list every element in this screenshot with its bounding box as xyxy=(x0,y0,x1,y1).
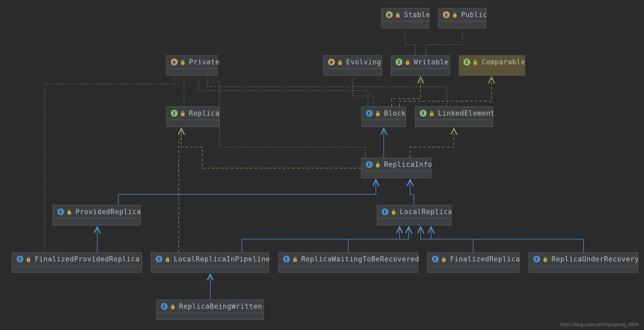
node-finalizedprovided[interactable]: C🔒FinalizedProvidedReplica xyxy=(12,252,142,273)
interface-icon: I xyxy=(463,59,470,65)
node-label: LinkedElement xyxy=(438,109,495,117)
node-label: ReplicaUnderRecovery xyxy=(551,255,639,263)
node-label: FinalizedProvidedReplica xyxy=(35,255,140,263)
edge-layer xyxy=(0,0,644,330)
node-label: ReplicaWaitingToBeRecovered xyxy=(301,255,420,263)
lock-icon: 🔒 xyxy=(170,304,176,309)
node-label: Writable xyxy=(414,58,449,66)
node-stable[interactable]: @🔒Stable xyxy=(381,8,429,28)
node-finalizedreplica[interactable]: C🔒FinalizedReplica xyxy=(427,252,520,273)
class-icon: C xyxy=(382,208,389,215)
node-label: LocalReplicaInPipeline xyxy=(174,255,270,263)
node-label: Comparable xyxy=(482,58,525,66)
node-linkedelement[interactable]: I🔒LinkedElement xyxy=(415,106,493,127)
node-replicawaiting[interactable]: C🔒ReplicaWaitingToBeRecovered xyxy=(278,252,418,273)
class-icon: C xyxy=(156,256,162,262)
annotation-icon: @ xyxy=(386,11,393,18)
node-evolving[interactable]: @🔒Evolving xyxy=(323,55,382,76)
lock-icon: 🔒 xyxy=(395,12,401,18)
lock-icon: 🔒 xyxy=(441,256,447,262)
annotation-icon: @ xyxy=(443,11,450,18)
node-replicaunderrecovery[interactable]: C🔒ReplicaUnderRecovery xyxy=(529,252,638,273)
node-label: Private xyxy=(189,58,220,66)
node-replica[interactable]: I🔒Replica xyxy=(166,106,219,127)
node-label: ReplicaInfo xyxy=(384,161,432,168)
lock-icon: 🔒 xyxy=(292,256,298,262)
lock-icon: 🔒 xyxy=(452,12,458,18)
class-icon: C xyxy=(161,303,168,310)
node-localreplica[interactable]: C🔒LocalReplica xyxy=(377,205,451,225)
lock-icon: 🔒 xyxy=(472,59,478,65)
node-replicainfo[interactable]: C🔒ReplicaInfo xyxy=(361,158,431,178)
annotation-icon: @ xyxy=(328,59,335,65)
node-label: ProvidedReplica xyxy=(75,208,141,216)
class-icon: C xyxy=(17,256,23,262)
class-icon: C xyxy=(283,256,290,262)
node-label: ReplicaBeingWritten xyxy=(179,302,262,310)
interface-icon: I xyxy=(420,110,427,117)
node-block[interactable]: C🔒Block xyxy=(361,106,406,127)
class-icon: C xyxy=(533,256,540,262)
node-private[interactable]: @🔒Private xyxy=(166,55,218,76)
lock-icon: 🔒 xyxy=(180,111,186,116)
node-beingwritten[interactable]: C🔒ReplicaBeingWritten xyxy=(156,300,264,320)
lock-icon: 🔒 xyxy=(66,209,72,215)
node-label: Evolving xyxy=(346,58,381,66)
class-icon: C xyxy=(366,110,373,117)
lock-icon: 🔒 xyxy=(375,111,381,116)
class-icon: C xyxy=(432,256,439,262)
node-providedreplica[interactable]: C🔒ProvidedReplica xyxy=(53,205,141,225)
lock-icon: 🔒 xyxy=(405,59,411,65)
lock-icon: 🔒 xyxy=(337,59,343,65)
annotation-icon: @ xyxy=(171,59,178,65)
lock-icon: 🔒 xyxy=(165,256,171,262)
node-comparable[interactable]: I🔒Comparable xyxy=(459,55,525,76)
lock-icon: 🔒 xyxy=(180,59,186,65)
interface-icon: I xyxy=(171,110,178,117)
lock-icon: 🔒 xyxy=(429,111,435,116)
watermark: https://blog.csdn.net/zhanglong_4444 xyxy=(560,322,639,327)
node-localinpipeline[interactable]: C🔒LocalReplicaInPipeline xyxy=(151,252,269,273)
node-label: Public xyxy=(461,11,487,19)
interface-icon: I xyxy=(396,59,402,65)
lock-icon: 🔒 xyxy=(542,256,548,262)
node-label: Stable xyxy=(404,11,430,19)
node-label: LocalReplica xyxy=(400,208,452,216)
lock-icon: 🔒 xyxy=(25,256,32,262)
node-public[interactable]: @🔒Public xyxy=(438,8,486,28)
node-label: FinalizedReplica xyxy=(450,255,520,263)
class-icon: C xyxy=(57,208,64,215)
node-label: Replica xyxy=(189,109,220,117)
lock-icon: 🔒 xyxy=(391,209,397,215)
node-writable[interactable]: I🔒Writable xyxy=(391,55,450,76)
diagram-canvas: { "diagram": { "type": "uml-class-hierar… xyxy=(0,0,644,330)
node-label: Block xyxy=(384,109,406,117)
class-icon: C xyxy=(366,161,373,168)
lock-icon: 🔒 xyxy=(375,162,381,167)
